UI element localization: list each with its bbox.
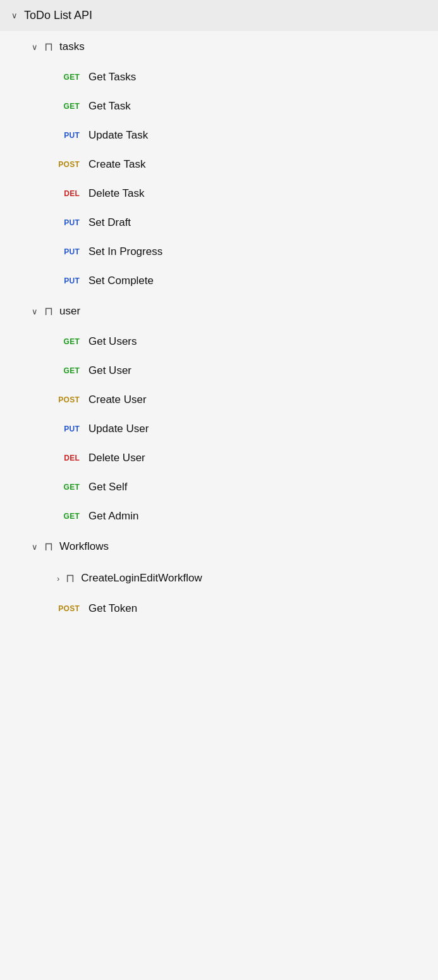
create-login-edit-subfolder: › ⊓ CreateLoginEditWorkflow — [57, 562, 438, 594]
workflows-folder-icon: ⊓ — [44, 540, 53, 554]
create-login-edit-folder-name: CreateLoginEditWorkflow — [81, 572, 202, 585]
create-user-item[interactable]: POST Create User — [57, 385, 438, 414]
get-self-method: GET — [57, 483, 80, 492]
tasks-folder-header[interactable]: ∨ ⊓ tasks — [19, 31, 438, 63]
create-task-label: Create Task — [88, 158, 145, 171]
root-title: ToDo List API — [24, 9, 92, 22]
get-admin-label: Get Admin — [88, 510, 138, 523]
set-draft-label: Set Draft — [88, 216, 131, 229]
update-task-method: PUT — [57, 131, 80, 140]
create-user-label: Create User — [88, 394, 147, 406]
delete-user-label: Delete User — [88, 452, 145, 464]
api-tree: ∨ ToDo List API ∨ ⊓ tasks GET Get Tasks … — [0, 0, 438, 623]
update-user-method: PUT — [57, 425, 80, 433]
update-task-item[interactable]: PUT Update Task — [57, 121, 438, 150]
delete-task-method: DEL — [57, 189, 80, 198]
user-folder-icon: ⊓ — [44, 304, 53, 318]
delete-task-label: Delete Task — [88, 187, 145, 200]
update-user-item[interactable]: PUT Update User — [57, 414, 438, 443]
get-users-method: GET — [57, 337, 80, 346]
get-token-item[interactable]: POST Get Token — [57, 594, 438, 623]
get-tasks-label: Get Tasks — [88, 71, 136, 84]
user-folder-items: GET Get Users GET Get User POST Create U… — [19, 327, 438, 531]
get-admin-method: GET — [57, 512, 80, 521]
set-complete-item[interactable]: PUT Set Complete — [57, 266, 438, 295]
workflows-chevron-icon: ∨ — [32, 542, 38, 552]
set-complete-method: PUT — [57, 276, 80, 285]
set-draft-item[interactable]: PUT Set Draft — [57, 208, 438, 237]
get-users-label: Get Users — [88, 335, 137, 348]
get-token-label: Get Token — [88, 602, 137, 615]
get-token-method: POST — [57, 604, 80, 613]
get-users-item[interactable]: GET Get Users — [57, 327, 438, 356]
get-task-method: GET — [57, 102, 80, 111]
user-chevron-icon: ∨ — [32, 307, 38, 316]
tasks-folder-items: GET Get Tasks GET Get Task PUT Update Ta… — [19, 63, 438, 295]
create-login-edit-folder-header[interactable]: › ⊓ CreateLoginEditWorkflow — [57, 562, 438, 594]
set-draft-method: PUT — [57, 218, 80, 227]
set-in-progress-method: PUT — [57, 247, 80, 256]
create-task-item[interactable]: POST Create Task — [57, 150, 438, 179]
create-task-method: POST — [57, 160, 80, 169]
tasks-chevron-icon: ∨ — [32, 42, 38, 52]
create-login-edit-folder-icon: ⊓ — [66, 571, 75, 585]
get-self-item[interactable]: GET Get Self — [57, 473, 438, 502]
update-task-label: Update Task — [88, 129, 148, 142]
tasks-folder-icon: ⊓ — [44, 40, 53, 54]
get-task-label: Get Task — [88, 100, 131, 113]
root-header[interactable]: ∨ ToDo List API — [0, 0, 438, 31]
update-user-label: Update User — [88, 423, 149, 435]
user-folder-name: user — [59, 305, 80, 318]
workflows-folder-section: ∨ ⊓ Workflows › ⊓ CreateLoginEditWorkflo… — [0, 531, 438, 623]
workflows-folder-name: Workflows — [59, 540, 109, 553]
get-user-method: GET — [57, 366, 80, 375]
set-complete-label: Set Complete — [88, 275, 154, 287]
tree-root: ∨ ToDo List API ∨ ⊓ tasks GET Get Tasks … — [0, 0, 438, 623]
root-chevron-icon: ∨ — [11, 11, 18, 20]
create-user-method: POST — [57, 395, 80, 404]
get-admin-item[interactable]: GET Get Admin — [57, 502, 438, 531]
workflows-folder-items: › ⊓ CreateLoginEditWorkflow POST Get Tok… — [19, 562, 438, 623]
delete-user-method: DEL — [57, 454, 80, 462]
get-tasks-method: GET — [57, 73, 80, 82]
get-task-item[interactable]: GET Get Task — [57, 92, 438, 121]
get-user-label: Get User — [88, 364, 131, 377]
tasks-folder-name: tasks — [59, 40, 85, 53]
workflows-folder-header[interactable]: ∨ ⊓ Workflows — [19, 531, 438, 562]
set-in-progress-item[interactable]: PUT Set In Progress — [57, 237, 438, 266]
create-login-edit-chevron-icon: › — [57, 574, 59, 583]
tasks-folder-section: ∨ ⊓ tasks GET Get Tasks GET Get Task PUT… — [0, 31, 438, 295]
user-folder-section: ∨ ⊓ user GET Get Users GET Get User POST… — [0, 295, 438, 531]
get-self-label: Get Self — [88, 481, 127, 493]
user-folder-header[interactable]: ∨ ⊓ user — [19, 295, 438, 327]
get-tasks-item[interactable]: GET Get Tasks — [57, 63, 438, 92]
set-in-progress-label: Set In Progress — [88, 245, 162, 258]
get-user-item[interactable]: GET Get User — [57, 356, 438, 385]
delete-task-item[interactable]: DEL Delete Task — [57, 179, 438, 208]
delete-user-item[interactable]: DEL Delete User — [57, 443, 438, 473]
